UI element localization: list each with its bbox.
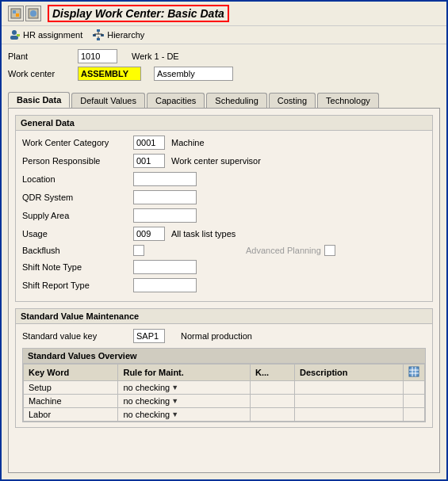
- general-data-header: General Data: [16, 116, 432, 131]
- hierarchy-label: Hierarchy: [107, 30, 144, 40]
- qdr-system-label: QDR System: [22, 193, 133, 202]
- table-row: Machine no checking ▼: [24, 395, 425, 408]
- general-data-content: Work Center Category Machine Person Resp…: [16, 131, 432, 301]
- standard-values-overview: Standard Values Overview Key Word Rule f…: [22, 348, 426, 422]
- svg-rect-8: [97, 29, 100, 32]
- shift-report-type-input[interactable]: [133, 278, 197, 292]
- shift-report-type-label: Shift Report Type: [22, 281, 133, 290]
- svg-rect-1: [13, 10, 16, 13]
- workcenter-description: Assembly: [154, 67, 233, 81]
- cell-icon: [404, 381, 425, 395]
- workcenter-desc-text: Assembly: [157, 69, 195, 78]
- qdr-system-row: QDR System: [22, 190, 426, 204]
- cell-keyword: Machine: [24, 395, 118, 408]
- wc-category-input[interactable]: [133, 136, 165, 150]
- table-row: Setup no checking ▼: [24, 381, 425, 395]
- cell-rule: no checking ▼: [118, 408, 250, 422]
- advanced-planning-label: Advanced Planning: [246, 246, 321, 255]
- standard-value-key-input[interactable]: [133, 329, 165, 343]
- supply-area-input[interactable]: [133, 208, 197, 223]
- svg-point-4: [30, 10, 36, 17]
- cell-k: [250, 395, 294, 408]
- hierarchy-button[interactable]: Hierarchy: [92, 29, 144, 41]
- tab-costing[interactable]: Costing: [269, 93, 316, 108]
- shift-note-type-row: Shift Note Type: [22, 260, 426, 274]
- col-header-rule: Rule for Maint.: [118, 365, 250, 381]
- tab-technology[interactable]: Technology: [317, 93, 379, 108]
- supply-area-row: Supply Area: [22, 208, 426, 223]
- person-responsible-label: Person Responsible: [22, 156, 133, 166]
- tab-capacities[interactable]: Capacities: [147, 93, 205, 108]
- plant-description: Werk 1 - DE: [132, 52, 179, 61]
- header-form: Plant Werk 1 - DE Work center Assembly: [2, 44, 446, 89]
- hr-icon: [8, 29, 21, 41]
- usage-input[interactable]: [133, 227, 165, 241]
- standard-value-key-label: Standard value key: [22, 331, 133, 341]
- window-icon-1: [8, 6, 24, 21]
- standard-value-key-row: Standard value key Normal production: [22, 329, 426, 343]
- tab-scheduling[interactable]: Scheduling: [206, 93, 266, 108]
- svg-rect-11: [97, 38, 100, 40]
- tab-default-values[interactable]: Default Values: [71, 93, 145, 108]
- window-icon-2: [25, 6, 41, 21]
- cell-icon: [404, 408, 425, 422]
- workcenter-row: Work center Assembly: [8, 67, 440, 81]
- toolbar: HR assignment Hierarchy: [2, 26, 446, 44]
- page-title: Display Work Center: Basic Data: [48, 5, 229, 22]
- content-area: General Data Work Center Category Machin…: [8, 108, 440, 473]
- backflush-row: Backflush Advanced Planning: [22, 245, 426, 256]
- col-header-k: K...: [250, 365, 294, 381]
- cell-rule: no checking ▼: [118, 381, 250, 395]
- svg-rect-17: [409, 367, 419, 376]
- standard-values-overview-header: Standard Values Overview: [23, 349, 425, 364]
- standard-value-key-desc: Normal production: [181, 331, 252, 341]
- location-input[interactable]: [133, 172, 197, 186]
- plant-label: Plant: [8, 52, 71, 61]
- general-data-section: General Data Work Center Category Machin…: [15, 115, 433, 302]
- hr-assignment-button[interactable]: HR assignment: [8, 29, 82, 41]
- backflush-label: Backflush: [22, 246, 133, 255]
- usage-label: Usage: [22, 229, 133, 239]
- col-header-keyword: Key Word: [24, 365, 118, 381]
- title-icons: [8, 6, 41, 21]
- dropdown-arrow-icon[interactable]: ▼: [171, 397, 178, 405]
- shift-note-type-label: Shift Note Type: [22, 262, 133, 272]
- standard-value-maintenance-header: Standard Value Maintenance: [16, 309, 432, 324]
- location-row: Location: [22, 172, 426, 186]
- cell-k: [250, 381, 294, 395]
- wc-category-row: Work Center Category Machine: [22, 136, 426, 150]
- advanced-planning-checkbox[interactable]: [324, 245, 335, 256]
- cell-icon: [404, 395, 425, 408]
- location-label: Location: [22, 174, 133, 184]
- title-bar: Display Work Center: Basic Data: [2, 2, 446, 26]
- workcenter-label: Work center: [8, 69, 71, 78]
- cell-keyword: Labor: [24, 408, 118, 422]
- svg-rect-7: [17, 34, 20, 36]
- usage-desc: All task list types: [171, 229, 235, 239]
- shift-note-type-input[interactable]: [133, 260, 197, 274]
- tabs-container: Basic Data Default Values Capacities Sch…: [2, 89, 446, 108]
- dropdown-arrow-icon[interactable]: ▼: [171, 410, 178, 418]
- cell-description: [295, 381, 404, 395]
- qdr-system-input[interactable]: [133, 190, 197, 204]
- backflush-checkbox[interactable]: [133, 245, 144, 256]
- dropdown-arrow-icon[interactable]: ▼: [171, 384, 178, 391]
- tab-basic-data[interactable]: Basic Data: [8, 92, 70, 108]
- title-bold-part: Basic Data: [167, 7, 224, 20]
- plant-input[interactable]: [78, 49, 117, 63]
- col-header-description: Description: [295, 365, 404, 381]
- standard-value-maintenance-section: Standard Value Maintenance Standard valu…: [15, 308, 433, 428]
- col-header-icon: [404, 365, 425, 381]
- workcenter-input[interactable]: [78, 67, 141, 81]
- cell-k: [250, 408, 294, 422]
- person-responsible-row: Person Responsible Work center superviso…: [22, 154, 426, 168]
- cell-keyword: Setup: [24, 381, 118, 395]
- person-responsible-input[interactable]: [133, 154, 165, 168]
- usage-row: Usage All task list types: [22, 227, 426, 241]
- standard-value-maintenance-content: Standard value key Normal production Sta…: [16, 324, 432, 427]
- table-row: Labor no checking ▼: [24, 408, 425, 422]
- svg-rect-2: [16, 13, 19, 17]
- cell-description: [295, 408, 404, 422]
- main-window: Display Work Center: Basic Data HR assig…: [0, 0, 448, 481]
- person-responsible-desc: Work center supervisor: [171, 156, 261, 166]
